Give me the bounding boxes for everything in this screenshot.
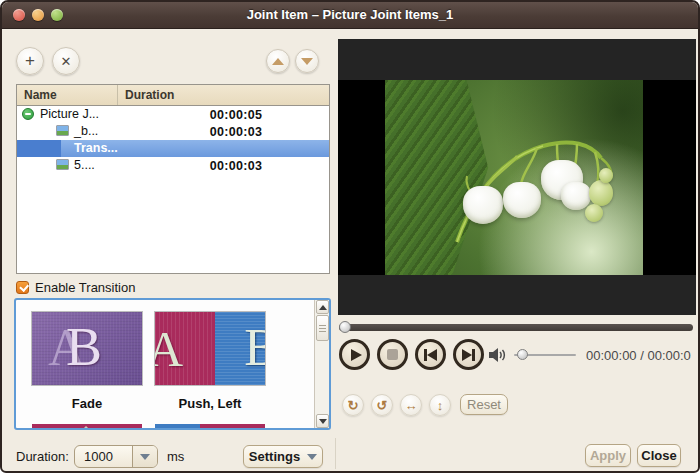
previous-button[interactable]	[415, 339, 446, 370]
play-icon	[351, 349, 362, 361]
close-button-label: Close	[641, 448, 676, 463]
footer-divider	[335, 438, 336, 469]
flip-horizontal-icon: ↔	[405, 398, 418, 413]
flip-vertical-icon: ↕	[437, 398, 444, 413]
rotate-counterclockwise-button[interactable]: ↺	[371, 394, 393, 416]
move-down-button[interactable]	[295, 49, 319, 73]
flip-horizontal-button[interactable]: ↔	[400, 394, 422, 416]
arrow-up-icon	[272, 58, 284, 65]
stop-icon	[387, 349, 398, 360]
scroll-up-button[interactable]	[316, 300, 329, 314]
enable-transition-checkbox[interactable]	[16, 281, 29, 294]
add-item-button[interactable]: +	[16, 47, 44, 75]
transition-item-push-left[interactable]: A B	[155, 312, 265, 385]
close-icon: ✕	[61, 54, 72, 69]
scroll-down-button[interactable]	[316, 414, 329, 428]
column-header-name: Name	[17, 85, 118, 105]
transition-list: A B A B Fade Push, Left	[14, 298, 331, 430]
reset-button-label: Reset	[467, 397, 501, 412]
plus-icon: +	[25, 51, 35, 71]
duration-value: 1000	[75, 449, 132, 464]
time-display: 00:00:00 / 00:00:0	[586, 348, 696, 363]
transition-name-push-left: Push, Left	[155, 396, 265, 411]
reset-button[interactable]: Reset	[460, 394, 508, 415]
transition-name-fade: Fade	[32, 396, 142, 411]
bell-flower	[463, 186, 503, 224]
volume-slider-thumb[interactable]	[517, 349, 528, 360]
transition-item-fade[interactable]: A B	[32, 312, 142, 385]
item-table-header: Name Duration	[17, 85, 329, 106]
letter-top-partial	[70, 426, 102, 430]
next-button[interactable]	[453, 339, 484, 370]
letter-a: A	[155, 320, 183, 378]
speaker-icon[interactable]	[489, 347, 507, 363]
chevron-down-icon	[307, 454, 317, 460]
rotate-clockwise-button[interactable]: ↻	[342, 394, 364, 416]
close-button[interactable]: Close	[637, 444, 681, 467]
letter-b: B	[66, 316, 102, 378]
rotate-cw-icon: ↻	[348, 398, 359, 413]
enable-transition-label: Enable Transition	[35, 280, 135, 295]
arrow-down-icon	[319, 419, 327, 424]
partial-blue-half	[155, 424, 200, 430]
title-bar: Joint Item – Picture Joint Items_1	[2, 2, 698, 29]
flower-bud	[599, 168, 613, 183]
next-icon-triangle	[462, 349, 472, 361]
enable-transition-row: Enable Transition	[16, 280, 135, 295]
chevron-down-icon	[140, 454, 150, 460]
arrow-up-icon	[319, 305, 327, 310]
row-name: Trans...	[74, 141, 118, 155]
row-duration: 00:00:03	[129, 125, 330, 139]
image-thumbnail-icon	[56, 125, 69, 136]
previous-icon-triangle	[427, 349, 437, 361]
next-row-thumb-partial[interactable]	[155, 424, 265, 430]
collapse-minus-icon[interactable]	[22, 108, 34, 120]
settings-button-label: Settings	[249, 449, 300, 464]
row-name: Picture J...	[40, 107, 99, 121]
delete-item-button[interactable]: ✕	[52, 47, 80, 75]
move-up-button[interactable]	[266, 49, 290, 73]
item-table: Name Duration Picture J... 00:00:05 _b..…	[16, 84, 330, 274]
row-name: _b...	[74, 124, 98, 138]
window-title: Joint Item – Picture Joint Items_1	[2, 7, 698, 22]
stop-button[interactable]	[377, 339, 408, 370]
combo-arrow-section[interactable]	[132, 446, 157, 467]
duration-label: Duration:	[16, 449, 69, 464]
table-row-picture-joint[interactable]: Picture J... 00:00:05	[17, 106, 329, 123]
apply-button[interactable]: Apply	[585, 444, 631, 467]
arrow-down-icon	[301, 58, 313, 65]
preview-top-band	[338, 39, 696, 80]
bell-flower	[503, 182, 541, 218]
joint-item-dialog: Joint Item – Picture Joint Items_1 + ✕ N…	[0, 0, 700, 473]
duration-unit-label: ms	[167, 449, 184, 464]
seek-slider-track[interactable]	[339, 324, 693, 331]
apply-button-label: Apply	[590, 448, 626, 463]
flower-bud	[585, 204, 603, 222]
row-duration: 00:00:03	[129, 159, 330, 173]
image-thumbnail-icon	[56, 159, 69, 170]
flip-vertical-button[interactable]: ↕	[429, 394, 451, 416]
table-row-image-b[interactable]: _b... 00:00:03	[17, 123, 329, 140]
preview-bottom-band	[338, 275, 696, 315]
settings-button[interactable]: Settings	[243, 445, 323, 468]
play-button[interactable]	[339, 339, 370, 370]
table-row-transition-selected[interactable]: Trans...	[17, 140, 329, 157]
row-duration: 00:00:05	[129, 108, 330, 122]
duration-combobox[interactable]: 1000	[74, 445, 158, 468]
seek-slider-thumb[interactable]	[339, 321, 351, 333]
rotate-ccw-icon: ↺	[377, 398, 388, 413]
lily-photo	[385, 80, 643, 275]
next-row-thumb-partial[interactable]	[32, 424, 142, 430]
column-header-duration: Duration	[118, 85, 329, 105]
selection-block	[17, 140, 61, 157]
row-name: 5....	[74, 158, 95, 172]
scrollbar-thumb[interactable]	[316, 315, 329, 341]
transition-scrollbar[interactable]	[314, 300, 329, 428]
table-row-image-5[interactable]: 5.... 00:00:03	[17, 157, 329, 174]
next-icon	[472, 349, 475, 361]
video-preview	[338, 39, 696, 315]
letter-b-partial: B	[244, 318, 265, 377]
flower-bud	[589, 180, 613, 206]
